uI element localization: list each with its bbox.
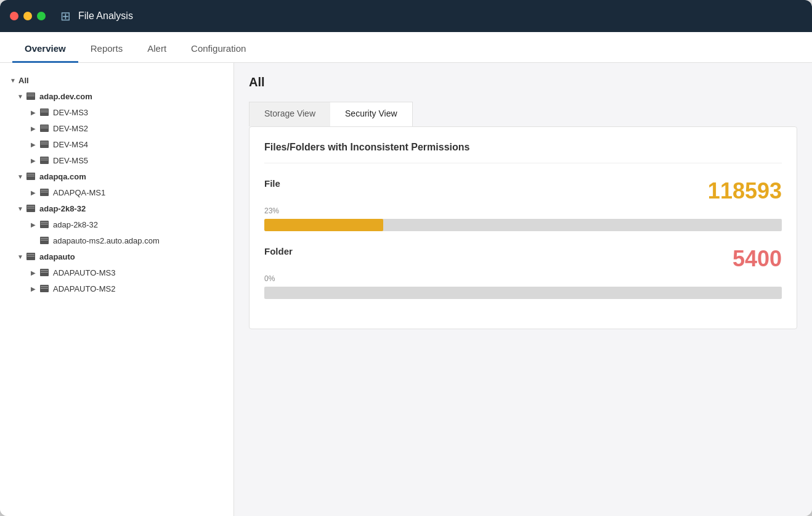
main-content: ▼ All ▼ adap.dev.com ▶ DEV-MS3 ▶ DEV-MS2… [0, 63, 812, 516]
close-button[interactable] [10, 12, 18, 20]
sidebar-label: ADAPAUTO-MS3 [53, 268, 115, 277]
sidebar: ▼ All ▼ adap.dev.com ▶ DEV-MS3 ▶ DEV-MS2… [0, 63, 234, 516]
arrow-down-icon: ▼ [17, 93, 26, 100]
app-window: ⊞ File Analysis Overview Reports Alert C… [0, 0, 812, 516]
arrow-down-icon: ▼ [17, 205, 26, 212]
view-tabs: Storage View Security View [249, 102, 413, 126]
server-icon [39, 284, 49, 293]
sidebar-item-all[interactable]: ▼ All [0, 73, 233, 88]
server-icon [39, 107, 49, 117]
sidebar-item-adap-2k8-32[interactable]: ▼ adap-2k8-32 [0, 200, 233, 216]
minimize-button[interactable] [23, 12, 32, 20]
sidebar-label: adapauto-ms2.auto.adap.com [53, 236, 160, 245]
arrow-down-icon: ▼ [10, 77, 18, 84]
server-icon [26, 203, 36, 213]
sidebar-item-adapauto-ms2-child[interactable]: ▶ ADAPAUTO-MS2 [0, 281, 233, 297]
server-icon [26, 91, 36, 101]
server-icon [39, 187, 49, 197]
sidebar-label: DEV-MS5 [53, 156, 88, 165]
tab-storage-view[interactable]: Storage View [250, 102, 330, 126]
arrow-right-icon: ▶ [31, 189, 39, 196]
app-title: File Analysis [78, 10, 133, 22]
folder-metric-row: Folder 5400 0% [264, 246, 782, 299]
sidebar-item-dev-ms4[interactable]: ▶ DEV-MS4 [0, 136, 233, 152]
file-progress-fill [264, 219, 383, 231]
server-icon [26, 252, 36, 261]
card-title: Files/Folders with Inconsistent Permissi… [264, 142, 782, 163]
traffic-lights [10, 12, 46, 20]
sidebar-item-adap-dev-com[interactable]: ▼ adap.dev.com [0, 88, 233, 104]
file-value: 118593 [708, 178, 782, 204]
sidebar-item-dev-ms3[interactable]: ▶ DEV-MS3 [0, 104, 233, 120]
arrow-right-icon: ▶ [31, 141, 39, 148]
sidebar-item-adap-2k8-32-child[interactable]: ▶ adap-2k8-32 [0, 216, 233, 232]
sidebar-item-adapauto-ms2[interactable]: adapauto-ms2.auto.adap.com [0, 232, 233, 248]
file-metric-header: File 118593 [264, 178, 782, 204]
sidebar-item-adapqa-ms1[interactable]: ▶ ADAPQA-MS1 [0, 184, 233, 200]
arrow-right-icon: ▶ [31, 269, 39, 276]
sidebar-label: ADAPAUTO-MS2 [53, 284, 115, 293]
arrow-right-icon: ▶ [31, 221, 39, 228]
arrow-right-icon: ▶ [31, 109, 39, 116]
content-area: All Storage View Security View Files/Fol… [234, 63, 812, 516]
permissions-card: Files/Folders with Inconsistent Permissi… [249, 126, 797, 329]
sidebar-label: DEV-MS4 [53, 140, 88, 149]
arrow-right-icon: ▶ [31, 157, 39, 164]
server-icon [39, 219, 49, 229]
sidebar-label: adapauto [39, 252, 75, 261]
tab-configuration[interactable]: Configuration [179, 36, 258, 63]
server-icon [39, 139, 49, 149]
arrow-down-icon: ▼ [17, 173, 26, 180]
sidebar-item-dev-ms5[interactable]: ▶ DEV-MS5 [0, 152, 233, 168]
tab-alert[interactable]: Alert [135, 36, 179, 63]
tab-reports[interactable]: Reports [78, 36, 136, 63]
sidebar-item-adapauto[interactable]: ▼ adapauto [0, 248, 233, 264]
file-progress-bg [264, 219, 782, 231]
arrow-down-icon: ▼ [17, 253, 26, 260]
sidebar-item-dev-ms2[interactable]: ▶ DEV-MS2 [0, 120, 233, 136]
sidebar-item-adapqa-com[interactable]: ▼ adapqa.com [0, 168, 233, 184]
sidebar-label: ADAPQA-MS1 [53, 188, 105, 197]
nav-tabs: Overview Reports Alert Configuration [0, 32, 812, 63]
sidebar-item-adapauto-ms3[interactable]: ▶ ADAPAUTO-MS3 [0, 264, 233, 281]
maximize-button[interactable] [37, 12, 46, 20]
server-icon [39, 268, 49, 277]
sidebar-label: adap-2k8-32 [53, 220, 98, 229]
folder-percent: 0% [264, 274, 782, 283]
server-icon [39, 155, 49, 165]
tab-security-view[interactable]: Security View [330, 102, 412, 126]
server-icon [39, 123, 49, 133]
sidebar-label: DEV-MS3 [53, 108, 88, 117]
file-metric-row: File 118593 23% [264, 178, 782, 231]
page-title: All [249, 75, 797, 89]
app-icon: ⊞ [60, 9, 71, 23]
folder-value: 5400 [733, 246, 782, 272]
title-bar: ⊞ File Analysis [0, 0, 812, 32]
arrow-right-icon: ▶ [31, 125, 39, 132]
sidebar-label: DEV-MS2 [53, 124, 88, 133]
folder-progress-bg [264, 287, 782, 299]
sidebar-label: adap-2k8-32 [39, 204, 86, 213]
file-label: File [264, 178, 280, 189]
folder-metric-header: Folder 5400 [264, 246, 782, 272]
folder-label: Folder [264, 246, 293, 256]
file-percent: 23% [264, 207, 782, 215]
server-icon [39, 235, 49, 245]
sidebar-label: adapqa.com [39, 172, 86, 181]
arrow-right-icon: ▶ [31, 285, 39, 292]
server-icon [26, 171, 36, 181]
sidebar-label: adap.dev.com [39, 92, 92, 101]
tab-overview[interactable]: Overview [12, 36, 78, 63]
sidebar-all-label: All [18, 76, 29, 85]
